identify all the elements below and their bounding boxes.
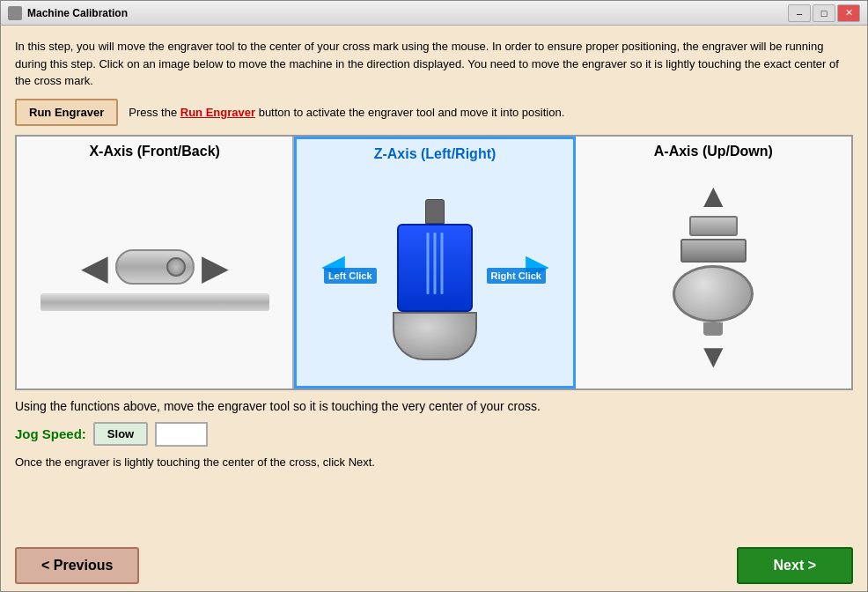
z-lines: [426, 233, 443, 294]
x-arrow-right-icon: ▶: [202, 249, 229, 285]
title-bar-text: Machine Calibration: [27, 7, 788, 19]
x-axis-visual: ◀ ▶: [17, 163, 292, 388]
jog-fast-box[interactable]: [155, 422, 208, 447]
a-stem: [703, 322, 723, 336]
maximize-button[interactable]: □: [813, 4, 835, 22]
x-axis-image: ◀ ▶: [32, 205, 278, 346]
z-blue-body: [397, 224, 473, 312]
x-arrow-left-icon: ◀: [81, 249, 108, 285]
a-down-arrow-icon: ▼: [697, 339, 731, 373]
a-axis-visual: ▲ ▼: [576, 163, 851, 388]
z-left-click-label: Left Click: [324, 268, 377, 284]
axes-container: X-Axis (Front/Back) ◀ ▶: [15, 135, 853, 390]
x-cylinder-detail: [166, 257, 186, 277]
z-line-2: [433, 233, 436, 294]
next-button[interactable]: Next >: [737, 547, 853, 584]
jog-slow-button[interactable]: Slow: [93, 422, 148, 446]
z-line-1: [426, 233, 429, 294]
z-top-connector: [425, 199, 445, 224]
title-bar-controls: – □ ✕: [788, 4, 860, 22]
a-axis-panel[interactable]: A-Axis (Up/Down) ▲ ▼: [576, 137, 851, 388]
x-cylinder-group: ◀ ▶: [81, 249, 229, 302]
a-axis-image: ▲ ▼: [612, 179, 814, 373]
a-axis-title: A-Axis (Up/Down): [654, 137, 773, 163]
x-axis-panel[interactable]: X-Axis (Front/Back) ◀ ▶: [17, 137, 294, 388]
a-top-block: [689, 216, 738, 236]
close-button[interactable]: ✕: [837, 4, 860, 22]
app-icon: [8, 6, 22, 20]
a-mid-block: [680, 239, 747, 263]
z-axis-image: ◀ ▶ Left Click Right Click: [320, 179, 549, 373]
run-engraver-row: Run Engraver Press the Run Engraver butt…: [15, 99, 853, 126]
z-engraver: [393, 199, 477, 360]
z-axis-title: Z-Axis (Left/Right): [374, 139, 497, 166]
x-cylinder-body: [115, 249, 195, 285]
minimize-button[interactable]: –: [788, 4, 811, 22]
jog-speed-label: Jog Speed:: [15, 426, 86, 441]
a-up-arrow-icon: ▲: [697, 179, 731, 212]
run-engraver-instruction: Press the Run Engraver button to activat…: [129, 106, 564, 119]
z-line-3: [440, 233, 443, 294]
run-engraver-button[interactable]: Run Engraver: [15, 99, 118, 126]
x-axis-title: X-Axis (Front/Back): [89, 137, 219, 163]
jog-move-text: Using the functions above, move the engr…: [15, 399, 853, 413]
run-engraver-link[interactable]: Run Engraver: [180, 106, 255, 119]
main-content: In this step, you will move the engraver…: [1, 26, 867, 592]
title-bar: Machine Calibration – □ ✕: [1, 1, 867, 26]
z-axis-visual: ◀ ▶ Left Click Right Click: [297, 166, 572, 386]
z-axis-panel[interactable]: Z-Axis (Left/Right) ◀ ▶ Left Click Right…: [294, 137, 575, 388]
final-instruction: Once the engraver is lightly touching th…: [15, 455, 853, 469]
jog-speed-row: Jog Speed: Slow: [15, 422, 853, 447]
previous-button[interactable]: < Previous: [15, 547, 139, 584]
a-circle: [673, 265, 754, 322]
z-right-click-label: Right Click: [487, 268, 546, 284]
z-spindle: [393, 312, 477, 360]
instruction-text: In this step, you will move the engraver…: [15, 38, 853, 90]
nav-row: < Previous Next >: [15, 542, 853, 584]
run-engraver-instruction-end: button to activate the engraver tool and…: [259, 106, 565, 119]
